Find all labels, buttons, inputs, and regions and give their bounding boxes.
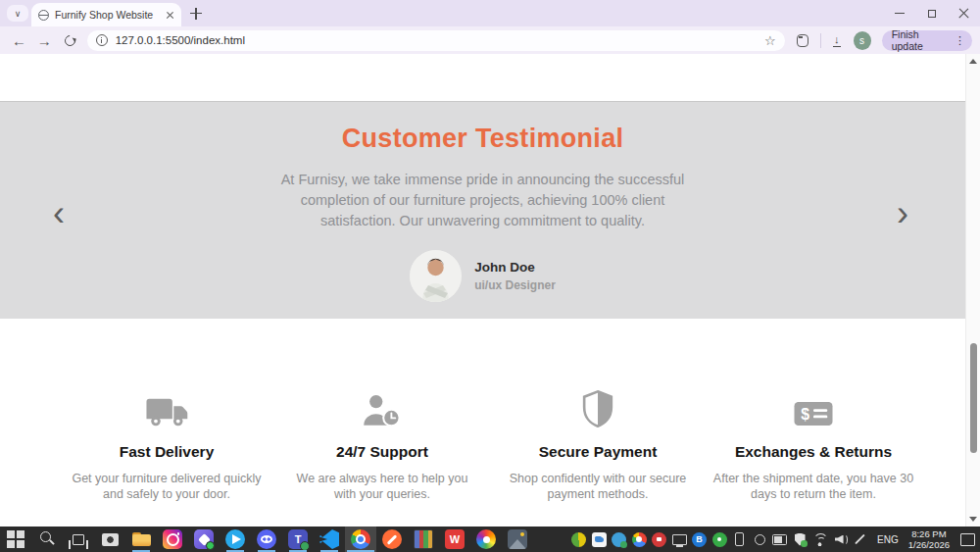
carousel-next-icon[interactable]: › bbox=[897, 196, 908, 231]
minimize-button[interactable] bbox=[883, 0, 915, 26]
toolbar-divider bbox=[820, 33, 821, 48]
previous-section-bottom bbox=[0, 54, 965, 101]
scroll-down-button[interactable] bbox=[966, 512, 980, 527]
truck-icon bbox=[145, 395, 188, 428]
tray-bluetooth-icon[interactable]: B bbox=[692, 532, 707, 547]
desc-line: with your queries. bbox=[274, 486, 490, 502]
browser-tab[interactable]: Furnify Shop Website bbox=[31, 3, 181, 26]
tray-windows-security-icon[interactable] bbox=[793, 532, 808, 547]
tab-close-icon[interactable] bbox=[166, 11, 174, 20]
page-viewport: Customer Testimonial At Furnisy, we take… bbox=[0, 54, 980, 527]
taskbar-app-camera-icon[interactable] bbox=[94, 527, 125, 552]
author-name: John Doe bbox=[474, 260, 556, 275]
clock-date: 1/26/2026 bbox=[908, 539, 950, 550]
taskbar-app-search-icon[interactable] bbox=[31, 527, 63, 552]
scrollbar-thumb[interactable] bbox=[970, 343, 977, 453]
svg-text:$: $ bbox=[801, 406, 809, 423]
taskbar-app-wps-icon[interactable]: W bbox=[439, 527, 470, 552]
system-tray: B bbox=[571, 527, 872, 552]
finish-update-button[interactable]: Finish update ⋮ bbox=[882, 30, 972, 51]
language-indicator[interactable]: ENG bbox=[872, 527, 904, 552]
tray-wifi-icon[interactable] bbox=[812, 532, 827, 547]
desc-line: Shop confidently with our secure bbox=[490, 471, 706, 486]
browser-window: ∨ Furnify Shop Website ← → 127.0.0.1:550… bbox=[0, 0, 980, 552]
desc-line: We are always here to help you bbox=[274, 471, 490, 486]
scroll-up-button[interactable] bbox=[966, 54, 980, 69]
taskbar-app-photos-icon[interactable] bbox=[470, 527, 502, 552]
feature-title: Exchanges & Returns bbox=[706, 443, 921, 461]
reload-button[interactable] bbox=[59, 28, 81, 52]
tray-app-yellow-green-icon[interactable] bbox=[571, 532, 586, 547]
author-role: ui/ux Designer bbox=[474, 278, 556, 292]
close-button[interactable] bbox=[948, 0, 980, 26]
taskbar-app-chrome-icon[interactable] bbox=[345, 527, 376, 552]
tray-usb-device-icon[interactable] bbox=[732, 532, 747, 547]
feature-title: Secure Payment bbox=[490, 443, 706, 461]
tray-pen-icon[interactable] bbox=[853, 532, 867, 547]
taskbar-app-vscode-icon[interactable] bbox=[314, 527, 345, 552]
url-text: 127.0.0.1:5500/index.html bbox=[116, 34, 245, 46]
section-title: Customer Testimonial bbox=[0, 102, 965, 154]
taskbar-app-mail-icon[interactable] bbox=[188, 527, 220, 552]
mail-icon bbox=[194, 529, 214, 549]
money-check-icon: $ bbox=[793, 399, 834, 428]
testimonial-author: John Doe ui/ux Designer bbox=[0, 250, 965, 302]
wps-icon: W bbox=[445, 529, 465, 549]
close-icon bbox=[958, 8, 969, 19]
feature-title: Fast Delivery bbox=[59, 443, 274, 461]
profile-avatar[interactable]: s bbox=[854, 31, 871, 50]
tray-updates-icon[interactable] bbox=[612, 532, 626, 547]
taskbar-app-teams-icon[interactable]: T bbox=[282, 527, 314, 552]
task-view-icon bbox=[73, 534, 84, 545]
tray-app-red-icon[interactable] bbox=[652, 532, 666, 547]
new-tab-button[interactable] bbox=[190, 8, 202, 20]
taskbar-app-start-icon[interactable] bbox=[0, 527, 31, 552]
feature-secure-payment: Secure Payment Shop confidently with our… bbox=[490, 387, 706, 502]
address-bar[interactable]: 127.0.0.1:5500/index.html ☆ bbox=[87, 30, 785, 51]
tab-organizer-icon[interactable] bbox=[797, 34, 808, 47]
tray-chrome-tray-icon[interactable] bbox=[632, 532, 647, 547]
feature-title: 24/7 Support bbox=[274, 443, 490, 461]
page-scrollbar[interactable] bbox=[965, 54, 980, 527]
back-button[interactable]: ← bbox=[8, 28, 30, 52]
tray-app-green-icon[interactable] bbox=[712, 532, 727, 547]
taskbar-app-task-view-icon[interactable] bbox=[63, 527, 94, 552]
feature-desc: Shop confidently with our secure payment… bbox=[490, 471, 706, 502]
tray-smartwatch-icon[interactable] bbox=[753, 532, 767, 547]
finish-update-label: Finish update bbox=[892, 28, 950, 52]
discord-icon bbox=[257, 529, 276, 549]
tray-volume-icon[interactable] bbox=[833, 532, 848, 547]
tray-cloud-sync-icon[interactable] bbox=[592, 532, 607, 547]
scroll-up-icon bbox=[969, 55, 977, 64]
taskbar-app-scene-icon[interactable] bbox=[502, 527, 533, 552]
author-avatar bbox=[410, 250, 462, 302]
user-clock-icon bbox=[361, 393, 404, 428]
tab-search-chevron-icon[interactable]: ∨ bbox=[7, 5, 28, 22]
taskbar-app-explorer-icon[interactable] bbox=[125, 527, 157, 552]
taskbar-app-winrar-icon[interactable] bbox=[408, 527, 439, 552]
bookmark-star-icon[interactable]: ☆ bbox=[764, 34, 776, 47]
teams-icon: T bbox=[288, 529, 308, 549]
taskbar-clock[interactable]: 8:26 PM 1/26/2026 bbox=[904, 527, 955, 552]
minimize-icon bbox=[895, 13, 905, 15]
taskbar-app-discord-icon[interactable] bbox=[251, 527, 282, 552]
tray-display-icon[interactable] bbox=[672, 532, 687, 547]
taskbar-app-instagram-icon[interactable] bbox=[157, 527, 188, 552]
browser-titlebar: ∨ Furnify Shop Website bbox=[0, 0, 980, 26]
winrar-icon bbox=[414, 529, 433, 549]
restore-button[interactable] bbox=[915, 0, 948, 26]
desc-line: payment methods. bbox=[490, 486, 706, 502]
carousel-prev-icon[interactable]: ‹ bbox=[53, 196, 65, 231]
menu-kebab-icon[interactable]: ⋮ bbox=[955, 34, 965, 47]
downloads-icon[interactable]: ↓ bbox=[833, 33, 841, 46]
taskbar-app-postman-icon[interactable] bbox=[376, 527, 408, 552]
taskbar-apps: TW bbox=[0, 527, 533, 552]
feature-support: 24/7 Support We are always here to help … bbox=[274, 387, 490, 502]
forward-button[interactable]: → bbox=[33, 28, 56, 52]
start-icon bbox=[6, 529, 25, 549]
taskbar-app-telegram-icon[interactable] bbox=[220, 527, 251, 552]
site-info-icon[interactable] bbox=[96, 34, 108, 46]
action-center-button[interactable] bbox=[955, 527, 980, 552]
tray-battery-icon[interactable] bbox=[772, 532, 787, 547]
tab-title: Furnify Shop Website bbox=[55, 9, 160, 21]
